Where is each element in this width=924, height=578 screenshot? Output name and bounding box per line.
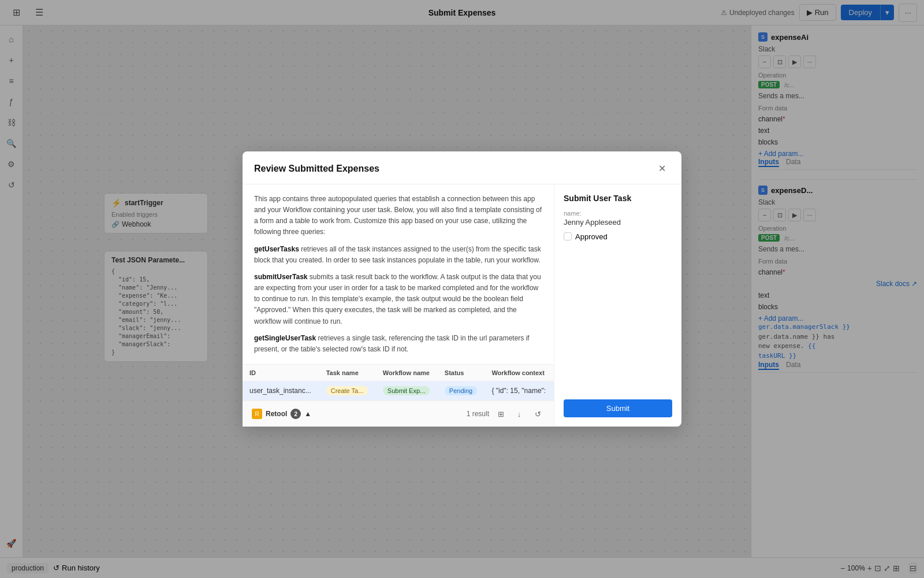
approved-row: Approved	[564, 232, 672, 241]
submit-button[interactable]: Submit	[564, 399, 672, 417]
query3-name: getSingleUserTask	[254, 334, 316, 342]
query1-text: getUserTasks retrieves all of the task i…	[254, 244, 542, 266]
modal-header: Review Submitted Expenses ✕	[243, 151, 681, 184]
chevron-up-icon: ▲	[304, 410, 311, 418]
retool-icon: R	[252, 409, 262, 419]
query-count-badge: 2	[290, 409, 301, 419]
retool-badge: R Retool 2 ▲	[252, 409, 311, 419]
refresh-icon-btn[interactable]: ↺	[531, 407, 545, 421]
name-field-label: name:	[564, 210, 672, 217]
modal-right-pane: Submit User Task name: Jenny Appleseed A…	[554, 184, 681, 427]
footer-controls: 1 result ⊞ ↓ ↺	[467, 407, 545, 421]
name-field-value: Jenny Appleseed	[564, 218, 672, 227]
status-badge: Pending	[445, 386, 477, 395]
approved-checkbox[interactable]	[564, 232, 572, 240]
filter-icon-btn[interactable]: ⊞	[494, 407, 508, 421]
modal-footer: R Retool 2 ▲ 1 result ⊞ ↓ ↺	[243, 401, 554, 427]
modal-close-button[interactable]: ✕	[654, 161, 670, 177]
task-name-badge: Create Ta...	[326, 386, 368, 395]
workflow-name-badge: Submit Exp...	[383, 386, 430, 395]
data-table: ID Task name Workflow name Status Workfl…	[243, 365, 554, 401]
name-field: name: Jenny Appleseed	[564, 210, 672, 227]
modal-left-pane: This app contains three autopopulated qu…	[243, 184, 554, 427]
cell-task-name: Create Ta...	[319, 381, 376, 401]
modal-dialog: Review Submitted Expenses ✕ This app con…	[243, 151, 681, 427]
download-icon-btn[interactable]: ↓	[512, 407, 526, 421]
task-pane-title: Submit User Task	[564, 194, 672, 203]
table-header-row: ID Task name Workflow name Status Workfl…	[243, 365, 554, 381]
cell-workflow-name: Submit Exp...	[376, 381, 438, 401]
cell-status: Pending	[438, 381, 485, 401]
col-workflow-name: Workflow name	[376, 365, 438, 381]
retool-label: Retool	[266, 410, 287, 418]
col-status: Status	[438, 365, 485, 381]
intro-text: This app contains three autopopulated qu…	[254, 194, 542, 238]
cell-context: { "id": 15, "name":	[485, 381, 554, 401]
cell-id: user_task_instanc...	[243, 381, 319, 401]
modal-overlay: Review Submitted Expenses ✕ This app con…	[0, 0, 924, 578]
query1-name: getUserTasks	[254, 245, 299, 253]
modal-title: Review Submitted Expenses	[254, 164, 379, 174]
query2-name: submitUserTask	[254, 273, 307, 281]
col-workflow-context: Workflow context	[485, 365, 554, 381]
modal-description: This app contains three autopopulated qu…	[243, 184, 554, 365]
modal-body: This app contains three autopopulated qu…	[243, 184, 681, 427]
table-head: ID Task name Workflow name Status Workfl…	[243, 365, 554, 381]
query3-text: getSingleUserTask retrieves a single tas…	[254, 333, 542, 355]
query2-text: submitUserTask submits a task result bac…	[254, 272, 542, 327]
table-row[interactable]: user_task_instanc... Create Ta... Submit…	[243, 381, 554, 401]
table-body: user_task_instanc... Create Ta... Submit…	[243, 381, 554, 401]
col-task-name: Task name	[319, 365, 376, 381]
modal-table-wrap: ID Task name Workflow name Status Workfl…	[243, 365, 554, 401]
col-id: ID	[243, 365, 319, 381]
result-count: 1 result	[467, 410, 489, 418]
approved-label: Approved	[575, 232, 608, 241]
